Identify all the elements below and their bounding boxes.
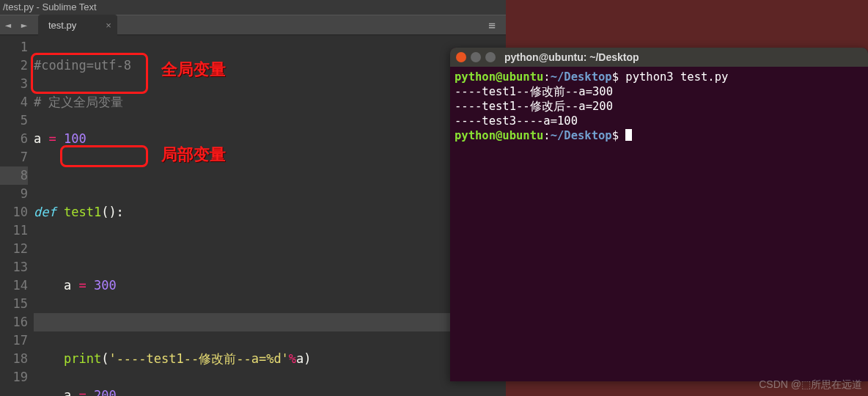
- line-num: 13: [0, 258, 28, 276]
- nav-back-button[interactable]: ◄: [0, 17, 16, 33]
- line-num: 12: [0, 240, 28, 258]
- terminal-window: python@ubuntu: ~/Desktop python@ubuntu:~…: [450, 48, 868, 381]
- prompt-path: ~/Desktop: [551, 70, 612, 84]
- line-num: 19: [0, 368, 28, 386]
- comment: #: [34, 95, 48, 109]
- hamburger-icon[interactable]: ≡: [478, 18, 506, 32]
- sublime-toolbar: ◄ ► test.py × ≡: [0, 15, 506, 35]
- watermark: CSDN @⬚所思在远道: [759, 378, 862, 392]
- code-line: a = 100: [34, 130, 506, 148]
- code-line: a = 200: [34, 386, 506, 396]
- line-num: 7: [0, 148, 28, 166]
- terminal-output: ----test1--修改后--a=200: [455, 99, 864, 114]
- comment-cn: 定义全局变量: [48, 95, 123, 109]
- terminal-title: python@ubuntu: ~/Desktop: [504, 51, 639, 63]
- op: =: [71, 278, 94, 293]
- line-num: 1: [0, 38, 28, 56]
- line-num: 5: [0, 111, 28, 130]
- code-line: def test1():: [34, 203, 506, 221]
- annotation-label-local: 局部变量: [161, 145, 226, 164]
- cursor-icon: [625, 129, 632, 141]
- code-line: # 定义全局变量: [34, 93, 506, 111]
- fn: print: [64, 351, 101, 366]
- num: 200: [94, 388, 117, 396]
- line-num: 15: [0, 295, 28, 313]
- var: a: [64, 278, 71, 293]
- var: a: [296, 351, 304, 366]
- terminal-body[interactable]: python@ubuntu:~/Desktop$ python3 test.py…: [450, 67, 868, 146]
- line-num: 14: [0, 276, 28, 295]
- paren: ():: [101, 205, 124, 219]
- sublime-titlebar: /test.py - Sublime Text: [0, 0, 506, 15]
- comment: #coding=utf-8: [34, 58, 131, 73]
- line-num: 9: [0, 185, 28, 203]
- paren: (: [101, 351, 108, 366]
- command: python3 test.py: [625, 70, 728, 84]
- line-num: 3: [0, 75, 28, 93]
- window-minimize-icon[interactable]: [471, 52, 481, 62]
- var: a: [34, 131, 41, 146]
- code-line: [34, 166, 506, 185]
- prompt-user: python@ubuntu: [455, 70, 543, 84]
- line-num: 2: [0, 56, 28, 75]
- op: %: [289, 351, 296, 366]
- str: '----test1--修改前--a=%d': [108, 351, 288, 366]
- tab-label: test.py: [48, 20, 76, 31]
- num: 300: [94, 278, 117, 293]
- tab-testpy[interactable]: test.py ×: [38, 15, 117, 35]
- paren: ): [304, 351, 311, 366]
- window-close-icon[interactable]: [456, 52, 466, 62]
- nav-forward-button[interactable]: ►: [16, 17, 32, 33]
- fn: test1: [64, 205, 101, 219]
- code-line: #coding=utf-8: [34, 56, 506, 75]
- code-area[interactable]: #coding=utf-8 # 定义全局变量 a = 100 def test1…: [34, 35, 506, 396]
- line-num: 17: [0, 331, 28, 350]
- sublime-window: /test.py - Sublime Text ◄ ► test.py × ≡ …: [0, 0, 506, 396]
- code-line: [34, 240, 506, 258]
- prompt-dollar: $: [612, 129, 626, 142]
- window-maximize-icon[interactable]: [485, 52, 496, 62]
- annotation-box-local: [60, 145, 148, 167]
- kw: def: [34, 205, 64, 219]
- tab-close-icon[interactable]: ×: [106, 20, 111, 31]
- line-num: 18: [0, 350, 28, 368]
- num: 100: [64, 131, 87, 146]
- annotation-label-global: 全局变量: [161, 60, 226, 78]
- prompt-sep: :: [543, 70, 550, 84]
- op: =: [41, 131, 64, 146]
- line-num: 16: [0, 313, 28, 331]
- prompt-user: python@ubuntu: [455, 129, 543, 142]
- prompt-sep: :: [543, 129, 550, 142]
- terminal-line: python@ubuntu:~/Desktop$ python3 test.py: [455, 70, 864, 84]
- code-line: [34, 313, 506, 331]
- line-num: 10: [0, 203, 28, 221]
- line-gutter: 1 2 3 4 5 6 7 8 9 10 11 12 13 14 15 16 1…: [0, 35, 34, 396]
- terminal-output: ----test3----a=100: [455, 114, 864, 128]
- code-line: a = 300: [34, 276, 506, 295]
- code-line: print('----test1--修改前--a=%d'%a): [34, 350, 506, 368]
- terminal-titlebar[interactable]: python@ubuntu: ~/Desktop: [450, 48, 868, 67]
- terminal-output: ----test1--修改前--a=300: [455, 84, 864, 99]
- line-num: 4: [0, 93, 28, 111]
- var: a: [64, 388, 71, 396]
- editor-area[interactable]: 1 2 3 4 5 6 7 8 9 10 11 12 13 14 15 16 1…: [0, 35, 506, 396]
- line-num: 6: [0, 130, 28, 148]
- terminal-line: python@ubuntu:~/Desktop$: [455, 128, 864, 143]
- line-num: 11: [0, 221, 28, 240]
- prompt-path: ~/Desktop: [551, 129, 612, 142]
- prompt-dollar: $: [612, 70, 626, 84]
- line-num: 8: [0, 166, 28, 185]
- op: =: [71, 388, 94, 396]
